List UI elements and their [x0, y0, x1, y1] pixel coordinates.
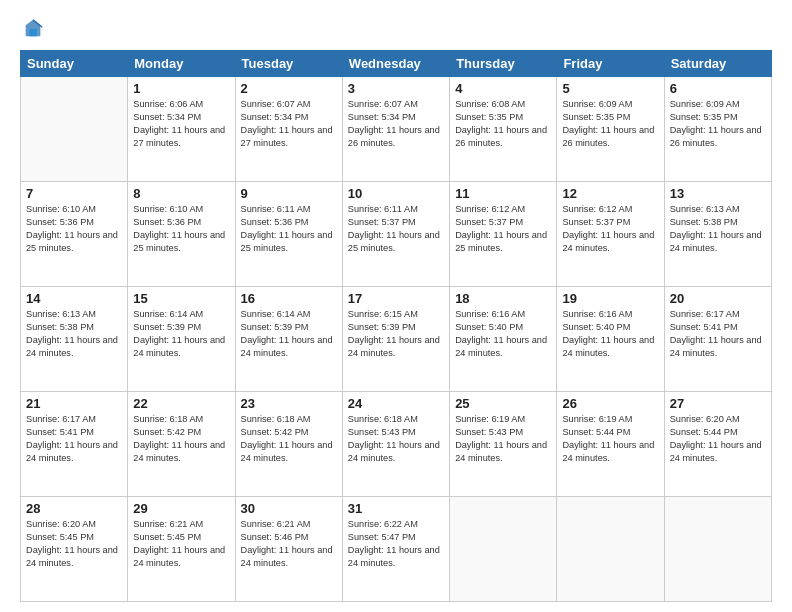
calendar-header-saturday: Saturday: [664, 51, 771, 77]
day-info: Sunrise: 6:10 AMSunset: 5:36 PMDaylight:…: [133, 203, 229, 255]
day-number: 19: [562, 291, 658, 306]
day-number: 1: [133, 81, 229, 96]
day-info: Sunrise: 6:07 AMSunset: 5:34 PMDaylight:…: [348, 98, 444, 150]
day-number: 24: [348, 396, 444, 411]
day-number: 22: [133, 396, 229, 411]
calendar-cell: 17Sunrise: 6:15 AMSunset: 5:39 PMDayligh…: [342, 287, 449, 392]
day-info: Sunrise: 6:18 AMSunset: 5:43 PMDaylight:…: [348, 413, 444, 465]
day-info: Sunrise: 6:12 AMSunset: 5:37 PMDaylight:…: [562, 203, 658, 255]
calendar-cell: 25Sunrise: 6:19 AMSunset: 5:43 PMDayligh…: [450, 392, 557, 497]
day-number: 20: [670, 291, 766, 306]
day-info: Sunrise: 6:09 AMSunset: 5:35 PMDaylight:…: [562, 98, 658, 150]
day-number: 23: [241, 396, 337, 411]
calendar-cell: 23Sunrise: 6:18 AMSunset: 5:42 PMDayligh…: [235, 392, 342, 497]
day-info: Sunrise: 6:19 AMSunset: 5:43 PMDaylight:…: [455, 413, 551, 465]
day-number: 28: [26, 501, 122, 516]
calendar-cell: 1Sunrise: 6:06 AMSunset: 5:34 PMDaylight…: [128, 77, 235, 182]
day-info: Sunrise: 6:08 AMSunset: 5:35 PMDaylight:…: [455, 98, 551, 150]
calendar-header-thursday: Thursday: [450, 51, 557, 77]
day-number: 11: [455, 186, 551, 201]
day-number: 25: [455, 396, 551, 411]
day-info: Sunrise: 6:16 AMSunset: 5:40 PMDaylight:…: [455, 308, 551, 360]
calendar-cell: 2Sunrise: 6:07 AMSunset: 5:34 PMDaylight…: [235, 77, 342, 182]
day-info: Sunrise: 6:07 AMSunset: 5:34 PMDaylight:…: [241, 98, 337, 150]
logo-icon: [22, 18, 44, 40]
day-info: Sunrise: 6:11 AMSunset: 5:36 PMDaylight:…: [241, 203, 337, 255]
day-info: Sunrise: 6:12 AMSunset: 5:37 PMDaylight:…: [455, 203, 551, 255]
calendar-week-4: 21Sunrise: 6:17 AMSunset: 5:41 PMDayligh…: [21, 392, 772, 497]
day-info: Sunrise: 6:21 AMSunset: 5:45 PMDaylight:…: [133, 518, 229, 570]
day-number: 2: [241, 81, 337, 96]
page-header: [20, 18, 772, 40]
calendar-cell: 3Sunrise: 6:07 AMSunset: 5:34 PMDaylight…: [342, 77, 449, 182]
day-number: 15: [133, 291, 229, 306]
day-info: Sunrise: 6:20 AMSunset: 5:45 PMDaylight:…: [26, 518, 122, 570]
calendar-cell: 31Sunrise: 6:22 AMSunset: 5:47 PMDayligh…: [342, 497, 449, 602]
calendar-cell: 10Sunrise: 6:11 AMSunset: 5:37 PMDayligh…: [342, 182, 449, 287]
calendar-cell: 6Sunrise: 6:09 AMSunset: 5:35 PMDaylight…: [664, 77, 771, 182]
day-info: Sunrise: 6:11 AMSunset: 5:37 PMDaylight:…: [348, 203, 444, 255]
day-number: 26: [562, 396, 658, 411]
calendar-header-tuesday: Tuesday: [235, 51, 342, 77]
day-info: Sunrise: 6:14 AMSunset: 5:39 PMDaylight:…: [241, 308, 337, 360]
calendar-cell: 30Sunrise: 6:21 AMSunset: 5:46 PMDayligh…: [235, 497, 342, 602]
day-info: Sunrise: 6:15 AMSunset: 5:39 PMDaylight:…: [348, 308, 444, 360]
calendar-cell: 12Sunrise: 6:12 AMSunset: 5:37 PMDayligh…: [557, 182, 664, 287]
day-number: 17: [348, 291, 444, 306]
calendar-cell: 18Sunrise: 6:16 AMSunset: 5:40 PMDayligh…: [450, 287, 557, 392]
calendar-week-3: 14Sunrise: 6:13 AMSunset: 5:38 PMDayligh…: [21, 287, 772, 392]
day-number: 10: [348, 186, 444, 201]
calendar-cell: 16Sunrise: 6:14 AMSunset: 5:39 PMDayligh…: [235, 287, 342, 392]
day-number: 16: [241, 291, 337, 306]
calendar-cell: 22Sunrise: 6:18 AMSunset: 5:42 PMDayligh…: [128, 392, 235, 497]
calendar-cell: 5Sunrise: 6:09 AMSunset: 5:35 PMDaylight…: [557, 77, 664, 182]
calendar-cell: 21Sunrise: 6:17 AMSunset: 5:41 PMDayligh…: [21, 392, 128, 497]
calendar-cell: 15Sunrise: 6:14 AMSunset: 5:39 PMDayligh…: [128, 287, 235, 392]
day-info: Sunrise: 6:17 AMSunset: 5:41 PMDaylight:…: [26, 413, 122, 465]
day-number: 12: [562, 186, 658, 201]
day-number: 9: [241, 186, 337, 201]
day-number: 4: [455, 81, 551, 96]
calendar-cell: 11Sunrise: 6:12 AMSunset: 5:37 PMDayligh…: [450, 182, 557, 287]
day-info: Sunrise: 6:18 AMSunset: 5:42 PMDaylight:…: [133, 413, 229, 465]
logo: [20, 18, 44, 40]
calendar-cell: [557, 497, 664, 602]
calendar-cell: 20Sunrise: 6:17 AMSunset: 5:41 PMDayligh…: [664, 287, 771, 392]
day-number: 18: [455, 291, 551, 306]
calendar-header-row: SundayMondayTuesdayWednesdayThursdayFrid…: [21, 51, 772, 77]
day-number: 8: [133, 186, 229, 201]
day-number: 27: [670, 396, 766, 411]
calendar-cell: 27Sunrise: 6:20 AMSunset: 5:44 PMDayligh…: [664, 392, 771, 497]
day-number: 13: [670, 186, 766, 201]
calendar-cell: [21, 77, 128, 182]
calendar-cell: [664, 497, 771, 602]
day-info: Sunrise: 6:21 AMSunset: 5:46 PMDaylight:…: [241, 518, 337, 570]
calendar-header-friday: Friday: [557, 51, 664, 77]
day-info: Sunrise: 6:06 AMSunset: 5:34 PMDaylight:…: [133, 98, 229, 150]
calendar-cell: 9Sunrise: 6:11 AMSunset: 5:36 PMDaylight…: [235, 182, 342, 287]
day-number: 14: [26, 291, 122, 306]
day-info: Sunrise: 6:22 AMSunset: 5:47 PMDaylight:…: [348, 518, 444, 570]
calendar-cell: 14Sunrise: 6:13 AMSunset: 5:38 PMDayligh…: [21, 287, 128, 392]
day-info: Sunrise: 6:10 AMSunset: 5:36 PMDaylight:…: [26, 203, 122, 255]
day-info: Sunrise: 6:14 AMSunset: 5:39 PMDaylight:…: [133, 308, 229, 360]
day-number: 21: [26, 396, 122, 411]
day-number: 29: [133, 501, 229, 516]
day-info: Sunrise: 6:18 AMSunset: 5:42 PMDaylight:…: [241, 413, 337, 465]
calendar-cell: 19Sunrise: 6:16 AMSunset: 5:40 PMDayligh…: [557, 287, 664, 392]
day-info: Sunrise: 6:16 AMSunset: 5:40 PMDaylight:…: [562, 308, 658, 360]
day-number: 5: [562, 81, 658, 96]
calendar-header-monday: Monday: [128, 51, 235, 77]
calendar-week-1: 1Sunrise: 6:06 AMSunset: 5:34 PMDaylight…: [21, 77, 772, 182]
day-info: Sunrise: 6:19 AMSunset: 5:44 PMDaylight:…: [562, 413, 658, 465]
calendar-week-2: 7Sunrise: 6:10 AMSunset: 5:36 PMDaylight…: [21, 182, 772, 287]
day-info: Sunrise: 6:13 AMSunset: 5:38 PMDaylight:…: [670, 203, 766, 255]
day-number: 3: [348, 81, 444, 96]
day-info: Sunrise: 6:13 AMSunset: 5:38 PMDaylight:…: [26, 308, 122, 360]
day-number: 30: [241, 501, 337, 516]
calendar-cell: 24Sunrise: 6:18 AMSunset: 5:43 PMDayligh…: [342, 392, 449, 497]
calendar-header-sunday: Sunday: [21, 51, 128, 77]
calendar-week-5: 28Sunrise: 6:20 AMSunset: 5:45 PMDayligh…: [21, 497, 772, 602]
day-info: Sunrise: 6:09 AMSunset: 5:35 PMDaylight:…: [670, 98, 766, 150]
calendar-cell: 26Sunrise: 6:19 AMSunset: 5:44 PMDayligh…: [557, 392, 664, 497]
